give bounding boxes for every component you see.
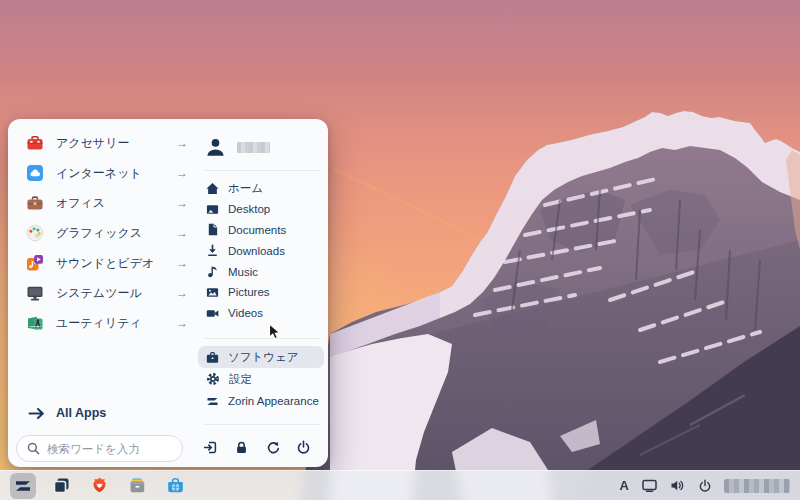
chevron-right-icon: → [176,227,188,239]
window-switcher-button[interactable] [48,473,74,499]
palette-icon [26,224,44,242]
music-note-icon [206,265,219,278]
media-icon [26,254,44,272]
utilities-icon [26,314,44,332]
app-settings[interactable]: 設定 [198,368,324,390]
windows-icon [52,476,71,495]
person-icon [204,136,227,159]
zorin-menu-button[interactable] [10,473,36,499]
chevron-right-icon: → [176,167,188,179]
chevron-right-icon: → [176,257,188,269]
file-cabinet-icon [128,476,147,495]
chevron-right-icon: → [176,317,188,329]
divider [204,338,320,339]
app-label: ソフトウェア [228,350,299,365]
chevron-right-icon: → [176,137,188,149]
software-store-icon [166,476,185,495]
software-briefcase-icon [206,351,219,364]
category-label: インターネット [56,165,142,182]
category-graphics[interactable]: グラフィックス → [18,218,196,248]
place-label: Videos [228,307,263,319]
picture-icon [206,286,219,299]
video-camera-icon [206,307,219,320]
desktop: アクセサリー → インターネット → オフィス [0,0,800,500]
clock-censored[interactable] [724,479,790,493]
places-list: ホーム Desktop Documents [200,178,324,324]
zorin-logo-icon [14,477,32,495]
software-store-button[interactable] [162,473,188,499]
category-label: オフィス [56,195,105,212]
gear-icon [206,372,220,386]
app-label: 設定 [229,372,252,387]
zorin-app-menu: アクセサリー → インターネット → オフィス [8,119,328,467]
category-internet[interactable]: インターネット → [18,158,196,188]
search-bar[interactable] [16,435,183,462]
category-list: アクセサリー → インターネット → オフィス [18,128,196,338]
place-desktop[interactable]: Desktop [200,199,324,220]
volume-icon[interactable] [670,478,686,493]
ime-indicator[interactable]: A [620,478,629,493]
power-icon[interactable] [698,479,712,493]
power-icon [296,440,311,455]
chevron-right-icon: → [176,197,188,209]
category-sound-video[interactable]: サウンドとビデオ → [18,248,196,278]
chevron-right-icon: → [176,287,188,299]
logout-icon [203,440,218,455]
category-label: サウンドとビデオ [56,255,154,272]
app-zorin-appearance[interactable]: Zorin Appearance [198,390,324,412]
user-profile[interactable] [204,135,270,159]
desktop-icon [206,203,219,216]
download-icon [206,244,219,257]
display-icon[interactable] [641,478,658,493]
search-input[interactable] [47,443,165,455]
home-icon [206,182,219,195]
place-label: ホーム [228,181,263,196]
username-censored [237,142,270,153]
place-documents[interactable]: Documents [200,220,324,241]
app-label: Zorin Appearance [228,395,319,407]
brave-browser-button[interactable] [86,473,112,499]
place-label: Pictures [228,286,270,298]
category-label: ユーティリティ [56,315,142,332]
category-label: アクセサリー [56,135,129,152]
taskbar: A [0,470,800,500]
category-utilities[interactable]: ユーティリティ → [18,308,196,338]
search-icon [27,442,40,455]
place-label: Music [228,266,258,278]
arrow-right-icon [28,407,45,420]
file-manager-button[interactable] [124,473,150,499]
divider [204,170,320,171]
category-office[interactable]: オフィス → [18,188,196,218]
brave-icon [90,476,109,495]
monitor-icon [26,284,44,302]
category-label: グラフィックス [56,225,142,242]
mouse-cursor [268,323,283,342]
session-controls [198,435,316,459]
restart-button[interactable] [261,435,285,459]
logout-button[interactable] [198,435,222,459]
place-pictures[interactable]: Pictures [200,282,324,303]
all-apps-button[interactable]: All Apps [28,398,106,428]
document-icon [206,223,219,236]
place-label: Documents [228,224,286,236]
category-label: システムツール [56,285,142,302]
lock-button[interactable] [229,435,253,459]
place-home[interactable]: ホーム [200,178,324,199]
place-music[interactable]: Music [200,261,324,282]
place-downloads[interactable]: Downloads [200,240,324,261]
briefcase-icon [26,194,44,212]
category-accessories[interactable]: アクセサリー → [18,128,196,158]
all-apps-label: All Apps [56,406,106,420]
power-button[interactable] [292,435,316,459]
divider [204,424,320,425]
place-label: Downloads [228,245,285,257]
place-videos[interactable]: Videos [200,303,324,324]
taskbar-apps [10,473,188,499]
app-software[interactable]: ソフトウェア [198,346,324,368]
restart-icon [265,440,280,455]
system-apps-list: ソフトウェア 設定 Zorin Appearance [198,346,324,412]
place-label: Desktop [228,203,270,215]
category-system-tools[interactable]: システムツール → [18,278,196,308]
lock-icon [234,440,249,455]
internet-cloud-icon [26,164,44,182]
